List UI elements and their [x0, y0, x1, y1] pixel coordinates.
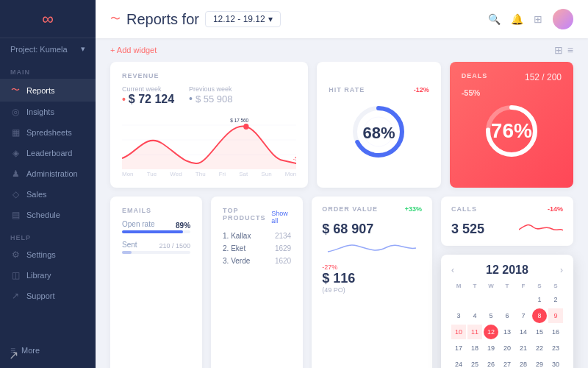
deals-label: DEALS [462, 72, 488, 79]
order-value-amount: $ 68 907 [322, 222, 422, 237]
show-all-link[interactable]: Show all [271, 210, 291, 224]
sidebar-item-reports[interactable]: 〜 Reports [0, 79, 96, 102]
calendar-cell[interactable]: 11 [467, 325, 482, 339]
order-value-chart [322, 237, 422, 259]
open-rate-bar-bg [122, 230, 190, 233]
revenue-chart-svg: $ 17 560 -54% [122, 110, 296, 169]
products-header: TOP PRODUCTS Show all [223, 207, 291, 227]
header-left: 〜 Reports for 12.12 - 19.12 ▾ [110, 11, 281, 28]
order-change-sub: (49 PO) [322, 286, 422, 294]
calendar-cell[interactable]: 17 [451, 341, 466, 355]
order-value-label: ORDER VALUE [322, 205, 378, 213]
toolbar: + Add widget ⊞ ≡ [96, 38, 588, 62]
sidebar-item-support[interactable]: ↗ Support [0, 286, 96, 306]
calendar-cell[interactable]: 29 [532, 357, 547, 368]
avatar[interactable] [553, 9, 573, 29]
dashboard: REVENUE Current week $ 72 124 Previous w… [96, 62, 588, 368]
calendar-cell[interactable]: 1 [532, 292, 547, 307]
sidebar-item-leaderboard[interactable]: ◈ Leaderboard [0, 143, 96, 163]
main-content: 〜 Reports for 12.12 - 19.12 ▾ 🔍 🔔 ⊞ + Ad… [96, 0, 588, 368]
sidebar-logo: ∞ [0, 0, 96, 38]
bell-icon[interactable]: 🔔 [511, 13, 523, 25]
calendar-cell[interactable]: 23 [548, 341, 563, 355]
calendar-cell[interactable]: 12 [484, 325, 498, 339]
add-widget-button[interactable]: + Add widget [110, 46, 157, 54]
calendar-cell[interactable]: 13 [500, 325, 514, 339]
calendar-cell[interactable]: 30 [548, 357, 563, 368]
revenue-values: Current week $ 72 124 Previous week $ 55… [122, 85, 296, 106]
sales-icon: ◇ [10, 189, 21, 199]
calendar-cell[interactable]: 26 [484, 357, 498, 368]
grid-view-icon[interactable]: ⊞ [554, 44, 563, 56]
order-change-amount: $ 116 [322, 271, 422, 286]
calendar-cell[interactable]: 20 [500, 341, 514, 355]
calendar-cell[interactable]: 24 [451, 357, 466, 368]
sidebar-item-insights[interactable]: ◎ Insights [0, 102, 96, 122]
search-icon[interactable]: 🔍 [488, 13, 501, 25]
admin-icon: ♟ [10, 169, 21, 179]
header: 〜 Reports for 12.12 - 19.12 ▾ 🔍 🔔 ⊞ [96, 0, 588, 38]
sidebar-project[interactable]: Project: Kumela ▾ [0, 38, 96, 60]
sidebar-item-library[interactable]: ◫ Library [0, 265, 96, 286]
order-value-card: ORDER VALUE +33% $ 68 907 -27% $ 116 (49… [312, 197, 432, 368]
calendar-cell[interactable]: 4 [467, 308, 482, 323]
calendar-cell[interactable]: 6 [500, 308, 514, 323]
sidebar-item-schedule[interactable]: ▤ Schedule [0, 205, 96, 225]
cal-prev-button[interactable]: ‹ [451, 265, 454, 275]
calendar-cell[interactable]: 22 [532, 341, 547, 355]
calendar-cell[interactable]: 10 [451, 325, 466, 339]
sidebar-item-settings[interactable]: ⚙ Settings [0, 244, 96, 265]
header-right: 🔍 🔔 ⊞ [488, 9, 573, 29]
emails-card: EMAILS Open rate 89% Sent 210 / [110, 197, 202, 368]
calendar-cell[interactable]: 16 [548, 325, 563, 339]
calendar-cell[interactable]: 3 [451, 308, 466, 323]
svg-text:-54%: -54% [293, 156, 297, 161]
hit-rate-percent: 68% [362, 124, 395, 143]
calendar-cell[interactable]: 19 [484, 341, 498, 355]
sent-row: Sent 210 / 1500 [122, 241, 190, 254]
reports-icon: 〜 [10, 84, 21, 96]
sidebar-item-administration[interactable]: ♟ Administration [0, 163, 96, 184]
calendar-cell[interactable]: 14 [516, 325, 531, 339]
row-1: REVENUE Current week $ 72 124 Previous w… [110, 62, 573, 188]
calls-amount: 3 525 [451, 222, 484, 237]
calendar-cell[interactable]: 21 [516, 341, 531, 355]
hit-rate-label: HIT RATE [329, 86, 365, 93]
revenue-label: REVENUE [122, 72, 296, 79]
hit-rate-badge: -12% [414, 86, 429, 93]
emails-label: EMAILS [122, 207, 190, 214]
sidebar: ∞ Project: Kumela ▾ MAIN 〜 Reports ◎ Ins… [0, 0, 96, 368]
calendar-cell[interactable]: 7 [516, 308, 531, 323]
date-range-badge[interactable]: 12.12 - 19.12 ▾ [205, 11, 281, 27]
calendar-cell[interactable]: 15 [532, 325, 547, 339]
schedule-icon: ▤ [10, 210, 21, 220]
open-rate-row: Open rate 89% [122, 220, 190, 233]
top-products-label: TOP PRODUCTS [223, 207, 271, 222]
calendar-cell[interactable]: 27 [500, 357, 514, 368]
calendar-cell[interactable]: 25 [467, 357, 482, 368]
sidebar-item-spreadsheets[interactable]: ▦ Spredsheets [0, 122, 96, 143]
sidebar-section-main: MAIN [0, 60, 96, 79]
sent-bar [122, 251, 132, 254]
open-rate-label: Open rate [122, 220, 154, 228]
calendar-grid: 1234567891011121314151617181920212223242… [451, 292, 563, 368]
open-rate-bar [122, 230, 183, 233]
calls-chart [519, 219, 563, 237]
grid-icon[interactable]: ⊞ [534, 13, 542, 25]
calendar-card: ‹ 12 2018 › M T W T F S S 123456789101 [441, 255, 573, 368]
calendar-cell[interactable]: 28 [516, 357, 531, 368]
hit-rate-circle: 68% [349, 102, 408, 161]
calendar-cell[interactable]: 5 [484, 308, 498, 323]
calendar-cell[interactable]: 9 [548, 308, 563, 323]
calendar-cell[interactable]: 18 [467, 341, 482, 355]
support-icon: ↗ [10, 291, 21, 301]
calendar-cell[interactable]: 2 [548, 292, 563, 307]
list-view-icon[interactable]: ≡ [567, 44, 573, 56]
cal-next-button[interactable]: › [560, 265, 563, 275]
deals-percent: 76% [491, 119, 532, 143]
row-2-right: CALLS -14% 3 525 ‹ 12 2018 [441, 197, 573, 368]
current-week-block: Current week $ 72 124 [122, 85, 174, 106]
chart-x-labels: MonTueWedThuFriSatSunMon [122, 171, 296, 177]
sidebar-item-sales[interactable]: ◇ Sales [0, 184, 96, 205]
calendar-cell[interactable]: 8 [532, 308, 547, 323]
